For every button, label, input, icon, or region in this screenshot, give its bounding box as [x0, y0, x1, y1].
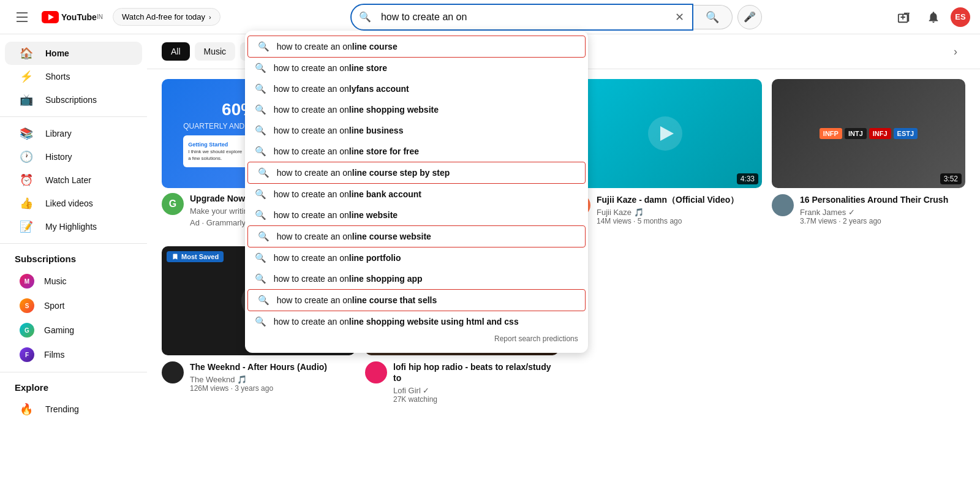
autocomplete-item-0[interactable]: 🔍how to create an online course — [247, 36, 586, 58]
logo-country: IN — [97, 13, 103, 20]
video-title: 16 Personalities Around Their Crush — [800, 194, 965, 205]
explore-section-title: Explore — [0, 377, 147, 398]
autocomplete-item-1[interactable]: 🔍how to create an online store — [245, 58, 588, 78]
autocomplete-dropdown: 🔍how to create an online course🔍how to c… — [245, 31, 588, 353]
autocomplete-item-10[interactable]: 🔍how to create an online portfolio — [245, 247, 588, 268]
autocomplete-item-8[interactable]: 🔍how to create an online website — [245, 205, 588, 225]
autocomplete-item-9[interactable]: 🔍how to create an online course website — [247, 225, 586, 247]
search-icon: 🔍 — [255, 83, 266, 94]
filter-all[interactable]: All — [162, 42, 190, 61]
search-icon: 🔍 — [255, 252, 266, 263]
sidebar: 🏠 Home ⚡ Shorts 📺 Subscriptions 📚 Librar… — [0, 34, 147, 487]
sidebar-item-home[interactable]: 🏠 Home — [5, 42, 142, 65]
sub-label: Gaming — [44, 325, 74, 335]
search-icon: 🔍 — [258, 167, 270, 178]
youtube-logo[interactable]: YouTube IN — [42, 11, 103, 23]
search-icon: 🔍 — [255, 104, 266, 115]
search-icon: 🔍 — [255, 62, 266, 74]
video-card-fujii[interactable]: 4:33 Fujii Kaze - damn（Official Video） F… — [568, 79, 762, 236]
video-stats: 14M views · 5 months ago — [597, 217, 762, 225]
search-icon: 🔍 — [258, 295, 270, 306]
autocomplete-text: how to create an online course website — [277, 232, 431, 241]
library-icon: 📚 — [20, 127, 33, 140]
watch-later-icon: ⏰ — [20, 173, 33, 187]
sidebar-item-label: Library — [45, 129, 72, 138]
autocomplete-item-12[interactable]: 🔍how to create an online course that sel… — [247, 289, 586, 311]
chevron-icon: › — [209, 13, 211, 21]
sub-label: Films — [44, 350, 64, 360]
hamburger-menu[interactable] — [10, 5, 34, 29]
filter-music[interactable]: Music — [195, 42, 236, 61]
filter-next-button[interactable]: › — [946, 42, 965, 61]
search-area: 🔍 ✕ 🔍 🎤 🔍how to create an online course🔍… — [245, 4, 867, 31]
subscriptions-icon: 📺 — [20, 93, 33, 107]
search-icon: 🔍 — [255, 316, 266, 327]
autocomplete-text: how to create an online store — [274, 63, 387, 73]
search-icon: 🔍 — [255, 189, 266, 200]
user-avatar[interactable]: ES — [951, 7, 970, 27]
video-card-personalities[interactable]: INFP INTJ INFJ ESTJ 3:52 16 Personalitie… — [772, 79, 965, 236]
trending-icon: 🔥 — [20, 402, 33, 416]
sub-item-music[interactable]: M Music — [5, 269, 142, 293]
films-avatar: F — [20, 347, 34, 362]
channel-name: The Weeknd 🎵 — [190, 375, 355, 384]
autocomplete-text: how to create an online business — [274, 126, 404, 135]
autocomplete-item-3[interactable]: 🔍how to create an online shopping websit… — [245, 99, 588, 120]
sidebar-item-trending[interactable]: 🔥 Trending — [5, 398, 142, 421]
sidebar-item-my-highlights[interactable]: 📝 My Highlights — [5, 215, 142, 238]
clear-search-button[interactable]: ✕ — [668, 5, 692, 29]
sub-item-sport[interactable]: S Sport — [5, 293, 142, 318]
autocomplete-text: how to create an online portfolio — [274, 253, 401, 263]
home-icon: 🏠 — [20, 47, 33, 60]
sub-item-films[interactable]: F Films — [5, 342, 142, 367]
search-icon: 🔍 — [258, 41, 270, 52]
notifications-button[interactable] — [921, 5, 946, 29]
sidebar-item-watch-later[interactable]: ⏰ Watch Later — [5, 168, 142, 192]
sidebar-item-shorts[interactable]: ⚡ Shorts — [5, 65, 142, 88]
sidebar-item-liked-videos[interactable]: 👍 Liked videos — [5, 192, 142, 215]
history-icon: 🕐 — [20, 150, 33, 164]
autocomplete-item-4[interactable]: 🔍how to create an online business — [245, 120, 588, 141]
duration-badge: 4:33 — [737, 173, 758, 184]
autocomplete-text: how to create an online shopping app — [274, 274, 423, 284]
video-stats: 27K watching — [393, 395, 559, 404]
video-stats: 3.7M views · 2 years ago — [800, 217, 965, 225]
duration-badge: 3:52 — [940, 173, 962, 184]
sidebar-item-library[interactable]: 📚 Library — [5, 122, 142, 145]
search-input[interactable] — [379, 7, 668, 28]
report-predictions[interactable]: Report search predictions — [245, 332, 588, 348]
header-right: ES — [892, 5, 970, 29]
channel-avatar — [365, 361, 387, 383]
autocomplete-item-7[interactable]: 🔍how to create an online bank account — [245, 184, 588, 205]
autocomplete-item-5[interactable]: 🔍how to create an online store for free — [245, 141, 588, 162]
sidebar-item-label: Home — [45, 48, 69, 58]
header: YouTube IN Watch Ad-free for today › 🔍 ✕… — [0, 0, 980, 34]
search-icon: 🔍 — [255, 125, 266, 136]
video-thumbnail: 4:33 — [568, 79, 762, 188]
sidebar-item-label: My Highlights — [45, 222, 97, 232]
search-button[interactable]: 🔍 — [693, 5, 733, 29]
search-container: 🔍 ✕ — [350, 4, 693, 31]
sidebar-item-subscriptions[interactable]: 📺 Subscriptions — [5, 88, 142, 111]
ad-free-button[interactable]: Watch Ad-free for today › — [113, 8, 221, 26]
channel-name: Fujii Kaze 🎵 — [597, 208, 762, 217]
autocomplete-text: how to create an online course that sell… — [277, 295, 437, 305]
autocomplete-item-6[interactable]: 🔍how to create an online course step by … — [247, 162, 586, 184]
voice-search-button[interactable]: 🎤 — [737, 5, 762, 29]
sub-item-gaming[interactable]: G Gaming — [5, 318, 142, 342]
search-icon: 🔍 — [255, 273, 266, 284]
grammarly-avatar: G — [162, 193, 184, 215]
autocomplete-text: how to create an online website — [274, 210, 398, 220]
create-button[interactable] — [892, 5, 916, 29]
video-title: lofi hip hop radio - beats to relax/stud… — [393, 361, 559, 383]
autocomplete-item-11[interactable]: 🔍how to create an online shopping app — [245, 268, 588, 289]
autocomplete-item-13[interactable]: 🔍how to create an online shopping websit… — [245, 311, 588, 332]
svg-text:YouTube: YouTube — [61, 12, 97, 22]
search-icon: 🔍 — [255, 210, 266, 221]
sidebar-item-label: Trending — [45, 404, 79, 414]
sidebar-item-history[interactable]: 🕐 History — [5, 145, 142, 168]
autocomplete-text: how to create an online store for free — [274, 146, 419, 156]
video-title: The Weeknd - After Hours (Audio) — [190, 361, 355, 372]
autocomplete-text: how to create an online shopping website — [274, 105, 439, 115]
autocomplete-item-2[interactable]: 🔍how to create an onlyfans account — [245, 78, 588, 99]
